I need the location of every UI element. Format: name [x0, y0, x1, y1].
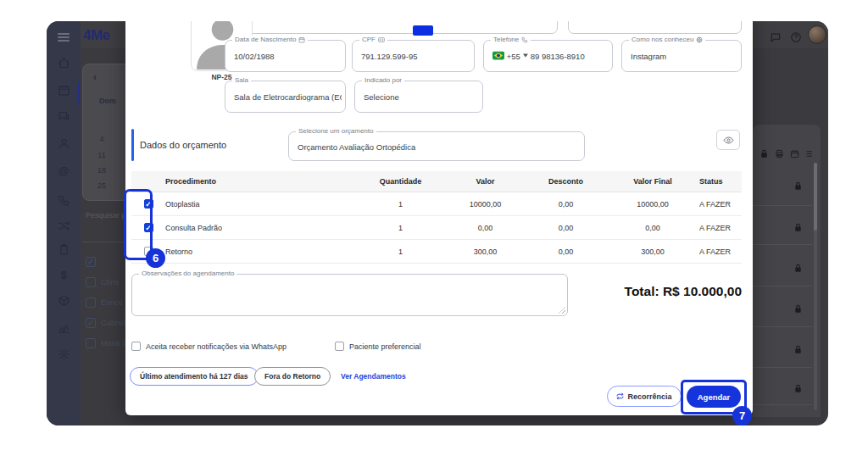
table-header-row: Procedimento Quantidade Valor Desconto V… [131, 171, 742, 192]
scrollbar[interactable] [814, 163, 817, 410]
calendar-icon[interactable] [47, 81, 81, 99]
budget-select-value: Orçamento Avaliação Ortopédica [298, 142, 581, 151]
out-of-return-button[interactable]: Fora do Retorno [254, 367, 331, 386]
indicated-by-field[interactable]: Indicado por Selecione [354, 81, 483, 113]
room-value: Sala de Eletrocardiograma (ECC [234, 92, 342, 102]
professional-label: Chris [101, 278, 119, 286]
professional-checkbox[interactable]: ✓ [86, 257, 96, 267]
help-icon[interactable] [790, 31, 802, 43]
globe-icon [696, 36, 703, 43]
repeat-icon [616, 392, 624, 400]
referral-value: Instagram [631, 52, 737, 61]
calendar-mini-icon [298, 36, 305, 43]
calendar-date[interactable]: 18 [93, 166, 110, 175]
day-header: Dom [99, 97, 116, 105]
procedures-table: Procedimento Quantidade Valor Desconto V… [131, 171, 742, 264]
row-lock-icon [793, 261, 803, 270]
birthdate-field[interactable]: Data de Nascimento 10/02/1988 [225, 40, 346, 72]
professional-checkbox[interactable] [86, 298, 96, 308]
search-professional-input[interactable]: Pesquisar p [86, 211, 126, 220]
status-badge: A FAZER [699, 224, 742, 232]
phone-mini-icon [521, 36, 528, 43]
professional-label: Gabriel [101, 319, 125, 327]
table-row: ✓ Otoplastia 1 10000,00 0,00 10000,00 A … [131, 192, 742, 216]
professional-label: Maria d [101, 339, 126, 348]
budget-section-title: Dados do orçamento [140, 140, 226, 150]
clipboard-icon[interactable] [47, 240, 81, 259]
printer-icon[interactable] [775, 147, 784, 156]
chat-icon[interactable] [47, 107, 81, 125]
resize-handle[interactable] [559, 307, 565, 314]
row-lock-icon [793, 220, 803, 230]
whatsapp-notifications-label: Aceita receber notificações via WhatsApp [146, 342, 287, 351]
calendar-date[interactable]: 11 [93, 151, 110, 159]
last-visit-button[interactable]: Último atendimento há 127 dias [130, 367, 259, 386]
phone-value: +5589 98136-8910 [492, 52, 609, 61]
total-amount: Total: R$ 10.000,00 [625, 284, 742, 299]
section-accent-bar [131, 129, 134, 161]
referral-field[interactable]: Como nos conheceu Instagram [621, 40, 742, 72]
tutorial-highlight-6 [124, 189, 153, 260]
clipped-blue-element [413, 25, 433, 36]
row-lock-icon [793, 302, 803, 311]
calendar-date[interactable]: 4 [93, 135, 110, 143]
user-avatar[interactable] [808, 25, 826, 44]
sidebar-active-indicator [77, 82, 80, 104]
app-logo: 4Me [83, 27, 110, 44]
eye-icon [723, 135, 734, 146]
settings-icon[interactable] [47, 345, 81, 364]
menu-icon[interactable] [47, 28, 81, 47]
id-card-icon [378, 36, 385, 43]
professional-checkbox[interactable] [86, 338, 96, 348]
home-icon[interactable] [47, 53, 81, 72]
sidebar: @ $ [47, 21, 81, 425]
package-icon[interactable] [47, 291, 81, 309]
birthdate-value: 10/02/1988 [234, 52, 342, 61]
calendar-back-chevron[interactable]: ‹ [93, 71, 97, 83]
patients-icon[interactable] [47, 134, 81, 153]
status-badge: A FAZER [699, 247, 742, 256]
at-icon[interactable]: @ [47, 161, 81, 180]
appointment-notes-textarea[interactable]: Observações do agendamento [131, 274, 568, 316]
professional-checkbox[interactable]: ✓ [86, 318, 96, 328]
row-lock-icon [793, 381, 803, 391]
clipped-field [226, 21, 558, 34]
view-budget-button[interactable] [716, 130, 740, 150]
phone-icon[interactable] [47, 191, 81, 209]
brazil-flag-icon [492, 52, 504, 60]
caret-down-icon [523, 54, 528, 58]
preferred-patient-label: Paciente preferencial [349, 342, 421, 351]
row-lock-icon [793, 179, 803, 188]
recurrence-button[interactable]: Recorrência [607, 386, 682, 407]
appointment-modal: NP-25 Data de Nascimento 10/02/1988 CPF … [125, 21, 753, 415]
budget-select[interactable]: Selecione um orçamento Orçamento Avaliaç… [288, 131, 585, 161]
see-appointments-link[interactable]: Ver Agendamentos [341, 372, 406, 381]
finance-icon[interactable]: $ [47, 265, 81, 284]
room-field[interactable]: Sala Sala de Eletrocardiograma (ECC [225, 81, 346, 113]
chat-bubble-icon[interactable] [770, 31, 782, 43]
shuffle-icon[interactable] [47, 216, 81, 235]
preferred-patient-checkbox[interactable] [335, 342, 344, 351]
status-badge: A FAZER [699, 200, 742, 209]
calendar-small-icon[interactable] [790, 147, 799, 156]
appointment-list-panel [753, 125, 821, 417]
table-row: Retorno 1 300,00 0,00 300,00 A FAZER [131, 240, 742, 264]
phone-field[interactable]: Telefone +5589 98136-8910 [483, 40, 613, 72]
tutorial-step-7-badge: 7 [732, 406, 752, 425]
list-icon[interactable] [804, 147, 813, 156]
activity-icon[interactable] [47, 318, 81, 336]
clipped-field [568, 21, 742, 34]
whatsapp-notifications-checkbox[interactable] [131, 342, 141, 351]
tutorial-step-6-badge: 6 [146, 248, 165, 268]
app-window: 4Me @ $ ‹ Dom Se 4 5 11 12 18 19 25 26 P… [47, 21, 828, 425]
row-lock-icon [793, 342, 803, 352]
cpf-field[interactable]: CPF 791.129.599-95 [352, 40, 475, 72]
table-row: ✓ Consulta Padrão 1 0,00 0,00 0,00 A FAZ… [131, 216, 742, 240]
indicated-by-value: Selecione [364, 92, 479, 102]
calendar-date[interactable]: 25 [93, 181, 110, 190]
professional-checkbox[interactable] [86, 277, 96, 287]
cpf-value: 791.129.599-95 [361, 52, 470, 61]
lock-icon[interactable] [760, 147, 769, 156]
professional-label: Enrico [101, 298, 123, 307]
